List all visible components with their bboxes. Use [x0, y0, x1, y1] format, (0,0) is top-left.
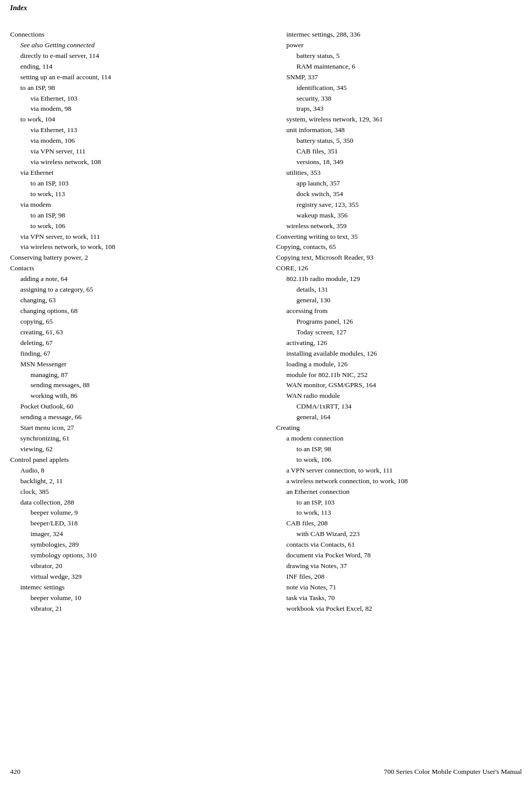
index-entry: directly to e-mail server, 114: [10, 51, 256, 61]
entry-text: to work, 113: [30, 190, 65, 198]
index-entry: to an ISP, 98: [10, 210, 256, 221]
index-entry: general, 164: [276, 412, 522, 423]
index-entry: vibrator, 20: [10, 561, 256, 572]
entry-text: CORE, 126: [276, 264, 308, 272]
index-entry: 802.11b radio module, 129: [276, 274, 522, 285]
entry-text: app launch, 357: [296, 179, 340, 187]
index-entry: vibrator, 21: [10, 604, 256, 614]
entry-text: ending, 114: [20, 62, 52, 70]
index-entry: power: [276, 40, 522, 51]
entry-text: document via Pocket Word, 78: [286, 551, 371, 559]
entry-text: task via Tasks, 70: [286, 594, 335, 602]
index-entry: activating, 126: [276, 338, 522, 349]
index-entry: a wireless network connection, to work, …: [276, 476, 522, 487]
right-column: intermec settings, 288, 336powerbattery …: [266, 29, 522, 614]
entry-text: Start menu icon, 27: [20, 424, 74, 431]
entry-text: to work, 106: [296, 456, 331, 463]
entry-text: via Ethernet, 103: [30, 95, 78, 102]
index-entry: an Ethernet connection: [276, 487, 522, 497]
entry-text: MSN Messenger: [20, 360, 66, 368]
index-entry: to an ISP, 103: [276, 497, 522, 508]
index-entry: system, wireless network, 129, 361: [276, 114, 522, 125]
entry-text: beeper volume, 10: [30, 594, 81, 602]
entry-text: vibrator, 20: [30, 562, 62, 570]
entry-text: changing options, 68: [20, 307, 78, 315]
index-entry: data collection, 288: [10, 497, 256, 508]
index-entry: via wireless network, to work, 108: [10, 242, 256, 253]
index-entry: to an ISP, 103: [10, 178, 256, 189]
entry-text: Converting writing to text, 35: [276, 233, 358, 240]
entry-text: to an ISP, 98: [296, 445, 331, 453]
index-entry: CAB files, 208: [276, 518, 522, 529]
entry-text: setting up an e-mail account, 114: [20, 73, 111, 81]
index-entry: sending messages, 88: [10, 380, 256, 391]
index-entry: to work, 113: [10, 189, 256, 200]
entry-text: traps, 343: [296, 105, 323, 112]
entry-text: to an ISP, 98: [30, 211, 65, 219]
entry-text: deleting, 67: [20, 339, 53, 347]
index-entry: dock switch, 354: [276, 189, 522, 200]
entry-text: wakeup mask, 356: [296, 211, 348, 219]
index-entry: assigning to a category, 65: [10, 285, 256, 295]
entry-text: copying, 65: [20, 318, 53, 325]
index-entry: backlight, 2, 11: [10, 476, 256, 487]
index-entry: utilities, 353: [276, 168, 522, 178]
entry-text: to work, 113: [296, 509, 331, 516]
index-entry: RAM maintenance, 6: [276, 61, 522, 72]
index-entry: a VPN server connection, to work, 111: [276, 465, 522, 476]
entry-text: synchronizing, 61: [20, 434, 70, 442]
entry-text: intemec settings: [20, 583, 64, 591]
index-entry: via Ethernet, 113: [10, 125, 256, 136]
index-entry: setting up an e-mail account, 114: [10, 72, 256, 83]
entry-text: CAB files, 351: [296, 147, 338, 155]
index-entry: virtual wedge, 329: [10, 572, 256, 582]
entry-text: via VPN server, to work, 111: [20, 233, 100, 240]
index-entry: SNMP, 337: [276, 72, 522, 83]
entry-text: data collection, 288: [20, 498, 74, 506]
index-entry: wakeup mask, 356: [276, 210, 522, 221]
index-entry: via VPN server, to work, 111: [10, 232, 256, 242]
index-entry: beeper/LED, 318: [10, 518, 256, 529]
page-header: Index: [0, 0, 532, 14]
entry-text: via wireless network, 108: [30, 158, 101, 166]
entry-text: assigning to a category, 65: [20, 286, 93, 293]
index-entry: Contacts: [10, 263, 256, 274]
entry-text: via modem: [20, 201, 51, 208]
index-entry: accessing from: [276, 306, 522, 317]
index-entry: task via Tasks, 70: [276, 593, 522, 604]
index-entry: symbologies, 289: [10, 540, 256, 550]
index-entry: Creating: [276, 423, 522, 433]
entry-text: clock, 385: [20, 488, 49, 495]
entry-text: Creating: [276, 424, 300, 431]
entry-text: unit information, 348: [286, 126, 345, 134]
entry-text: Control panel applets: [10, 456, 69, 463]
entry-text: managing, 87: [30, 371, 68, 379]
index-entry: sending a message, 66: [10, 412, 256, 423]
footer-title: 700 Series Color Mobile Computer User's …: [384, 768, 522, 776]
entry-text: WAN radio module: [286, 392, 340, 399]
index-entry: via wireless network, 108: [10, 157, 256, 168]
entry-text: intermec settings, 288, 336: [286, 30, 360, 38]
entry-text: Contacts: [10, 264, 34, 272]
index-entry: traps, 343: [276, 104, 522, 114]
entry-text: to an ISP, 103: [30, 179, 69, 187]
entry-text: finding, 67: [20, 350, 50, 357]
entry-text: creating, 61, 63: [20, 328, 63, 336]
entry-text: via Ethernet, 113: [30, 126, 77, 134]
index-entry: loading a module, 126: [276, 359, 522, 370]
index-entry: Copying text, Microsoft Reader, 93: [276, 253, 522, 263]
index-entry: via Ethernet: [10, 168, 256, 178]
entry-text: CAB files, 208: [286, 519, 327, 527]
index-entry: MSN Messenger: [10, 359, 256, 370]
index-entry: to an ISP, 98: [276, 444, 522, 455]
index-entry: to work, 113: [276, 508, 522, 518]
index-entry: Programs panel, 126: [276, 317, 522, 327]
entry-text: Copying text, Microsoft Reader, 93: [276, 254, 373, 261]
entry-text: drawing via Notes, 37: [286, 562, 347, 570]
entry-text: contacts via Contacts, 61: [286, 541, 355, 548]
index-entry: to work, 106: [276, 455, 522, 465]
index-entry: Copying, contacts, 65: [276, 242, 522, 253]
entry-text: to an ISP, 98: [20, 84, 55, 91]
entry-text: registry save, 123, 355: [296, 201, 359, 208]
index-entry: via modem, 98: [10, 104, 256, 114]
